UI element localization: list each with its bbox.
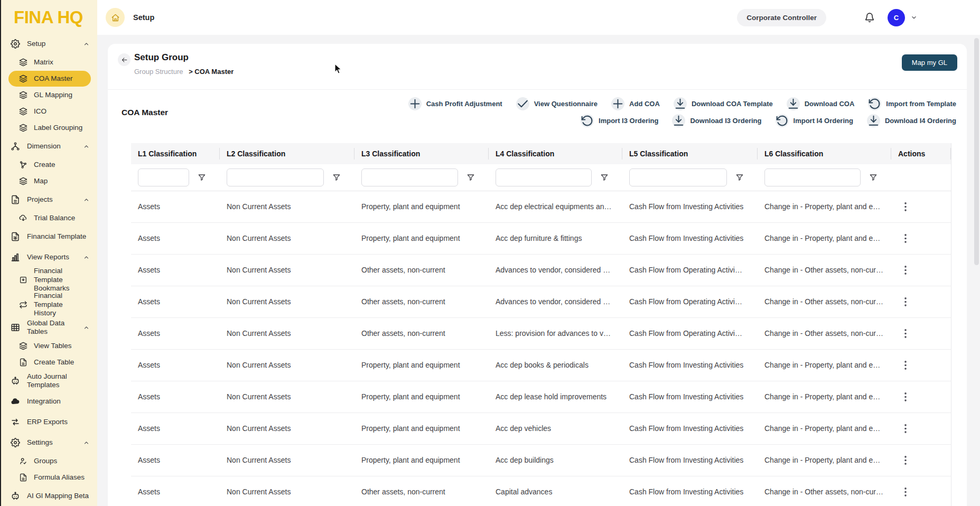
filter-funnel-icon[interactable] <box>869 173 878 182</box>
column-header-l5-classification: L5 Classification <box>622 143 758 164</box>
table-cell: Property, plant and equipment <box>354 349 489 381</box>
row-actions-menu-button[interactable] <box>901 359 910 372</box>
sidebar-item-financial-template-bookmarks[interactable]: Financial Template Bookmarks <box>8 268 91 292</box>
vertical-scrollbar[interactable] <box>974 38 979 506</box>
table-cell: Property, plant and equipment <box>354 191 489 222</box>
table-icon <box>11 323 20 332</box>
sidebar-item-label: Label Grouping <box>34 124 86 132</box>
breadcrumb-parent[interactable]: Group Structure <box>134 68 183 76</box>
file-icon <box>19 358 27 367</box>
sidebar-item-label: Financial Template History <box>34 292 86 317</box>
chevron-up-icon <box>83 41 90 48</box>
sidebar-item-coa-master[interactable]: COA Master <box>8 71 91 87</box>
sidebar-item-financial-template-history[interactable]: Financial Template History <box>8 293 91 317</box>
avatar[interactable]: C <box>888 9 905 26</box>
filter-input-l1[interactable] <box>138 168 189 186</box>
import-i4-ordering-button[interactable]: Import I4 Ordering <box>776 114 853 127</box>
filter-input-l2[interactable] <box>227 168 324 186</box>
toolbar-button-label: Add COA <box>629 100 660 108</box>
sidebar-item-gl-mapping[interactable]: GL Mapping <box>8 87 91 103</box>
kebab-icon <box>904 329 907 338</box>
sidebar-item-view-tables[interactable]: View Tables <box>8 338 91 354</box>
row-actions-menu-button[interactable] <box>901 200 910 213</box>
sidebar-item-groups[interactable]: Groups <box>8 453 91 469</box>
table-cell: Non Current Assets <box>220 191 354 222</box>
sidebar-item-label: Groups <box>34 457 86 465</box>
view-questionnaire-button[interactable]: View Questionnaire <box>516 97 598 110</box>
row-actions-menu-button[interactable] <box>901 264 910 277</box>
notifications-button[interactable] <box>864 12 875 23</box>
table-cell: Property, plant and equipment <box>354 222 489 254</box>
add-coa-button[interactable]: Add COA <box>611 97 660 110</box>
filter-input-l3[interactable] <box>361 168 458 186</box>
row-actions-menu-button[interactable] <box>901 327 910 340</box>
section-header: COA Master Cash Profit AdjustmentView Qu… <box>108 90 967 127</box>
sidebar-item-create-table[interactable]: Create Table <box>8 354 91 370</box>
sidebar-item-erp-exports[interactable]: ERP Exports <box>0 412 97 432</box>
sidebar-item-projects[interactable]: Projects <box>0 190 97 210</box>
download-coa-template-button[interactable]: Download COA Template <box>674 97 773 110</box>
table-cell: Cash Flow from Operating Activi… <box>622 317 758 349</box>
file-table-icon <box>11 232 20 241</box>
table-cell: Change in - Property, plant and e… <box>758 222 891 254</box>
actions-cell <box>891 381 951 413</box>
filter-input-l5[interactable] <box>629 168 727 186</box>
sidebar-item-label: Dimension <box>27 142 83 151</box>
actions-cell <box>891 476 951 506</box>
filter-funnel-icon[interactable] <box>466 173 475 182</box>
sidebar-item-trial-balance[interactable]: Trial Balance <box>8 210 91 226</box>
table-row: AssetsNon Current AssetsOther assets, no… <box>131 254 951 286</box>
role-badge[interactable]: Corporate Controller <box>737 9 826 26</box>
brand-logo[interactable]: FINA HQ <box>14 7 97 27</box>
filter-funnel-icon[interactable] <box>198 173 206 182</box>
map-my-gl-button[interactable]: Map my GL <box>902 54 957 71</box>
filter-funnel-icon[interactable] <box>600 173 609 182</box>
row-actions-menu-button[interactable] <box>901 295 910 308</box>
import-i3-ordering-button[interactable]: Import I3 Ordering <box>581 114 658 127</box>
filter-funnel-icon[interactable] <box>332 173 341 182</box>
row-actions-menu-button[interactable] <box>901 232 910 245</box>
content-area: Setup Group Group Structure > COA Master… <box>97 35 980 506</box>
sidebar-item-settings[interactable]: Settings <box>0 433 97 453</box>
table-cell: Change in - Other assets, non-cur… <box>758 254 891 286</box>
filter-funnel-icon[interactable] <box>735 173 744 182</box>
sidebar-item-ico[interactable]: ICO <box>8 104 91 119</box>
row-actions-menu-button[interactable] <box>901 390 910 404</box>
robot-icon <box>11 491 20 501</box>
import-from-template-button[interactable]: Import from Template <box>868 97 956 110</box>
sidebar-item-matrix[interactable]: Matrix <box>8 54 91 70</box>
filter-input-l4[interactable] <box>496 168 592 186</box>
sidebar-nav: SetupMatrixCOA MasterGL MappingICOLabel … <box>0 34 97 506</box>
filter-input-l6[interactable] <box>764 168 861 186</box>
swap-icon <box>11 417 20 427</box>
row-actions-menu-button[interactable] <box>901 454 910 467</box>
kebab-icon <box>904 202 907 211</box>
sidebar-item-label: GL Mapping <box>34 91 86 99</box>
sidebar-item-label-grouping[interactable]: Label Grouping <box>8 120 91 136</box>
sidebar-item-view-reports[interactable]: View Reports <box>0 247 97 267</box>
sidebar-item-setup[interactable]: Setup <box>0 34 97 54</box>
row-actions-menu-button[interactable] <box>901 485 910 499</box>
download-i3-ordering-button[interactable]: Download I3 Ordering <box>672 114 761 127</box>
kebab-icon <box>904 392 907 401</box>
sidebar-item-formula-aliases[interactable]: Formula Aliases <box>8 470 91 485</box>
user-menu-button[interactable] <box>910 14 918 21</box>
sidebar-item-integration[interactable]: Integration <box>0 391 97 411</box>
toolbar-button-label: Import I4 Ordering <box>794 117 853 125</box>
home-button[interactable] <box>106 8 125 27</box>
cash-profit-adjustment-button[interactable]: Cash Profit Adjustment <box>408 97 502 110</box>
sidebar-item-global-data-tables[interactable]: Global Data Tables <box>0 317 97 338</box>
back-button[interactable] <box>118 53 130 66</box>
download-i4-ordering-button[interactable]: Download I4 Ordering <box>867 114 956 127</box>
sidebar-item-dimension[interactable]: Dimension <box>0 136 97 156</box>
sidebar-item-map[interactable]: Map <box>8 173 91 189</box>
sidebar-item-ai-gl-mapping-beta[interactable]: AI Gl Mapping Beta <box>0 486 97 506</box>
sidebar-item-create[interactable]: Create <box>8 157 91 173</box>
table-cell: Other assets, non-current <box>354 317 489 349</box>
row-actions-menu-button[interactable] <box>901 422 910 435</box>
download-coa-button[interactable]: Download COA <box>787 97 855 110</box>
sidebar-item-financial-template[interactable]: Financial Template <box>0 227 97 247</box>
sidebar-item-auto-journal-templates[interactable]: Auto Journal Templates <box>0 371 97 391</box>
scrollbar-thumb[interactable] <box>974 38 979 265</box>
table-cell: Cash Flow from Operating Activi… <box>622 254 758 286</box>
